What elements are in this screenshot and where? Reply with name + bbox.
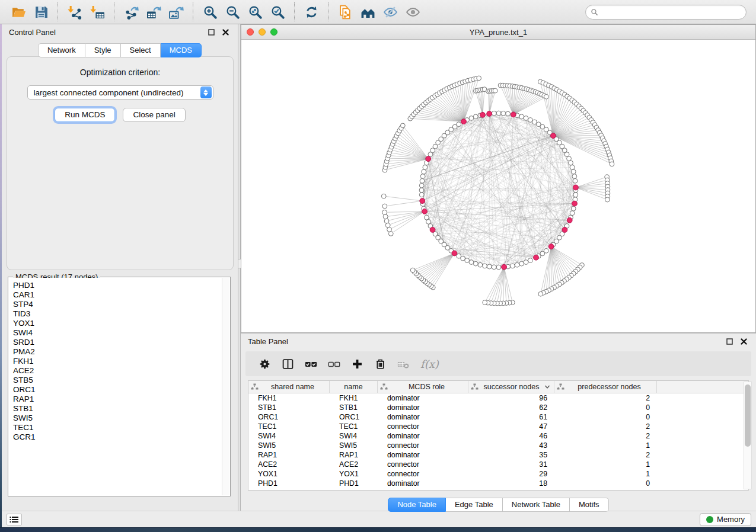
close-panel-button[interactable]: Close panel xyxy=(123,108,185,122)
search-input[interactable] xyxy=(601,8,741,16)
table-row[interactable]: FKH1FKH1dominator962 xyxy=(248,393,748,403)
network-node[interactable] xyxy=(492,265,496,270)
show-column-icon[interactable] xyxy=(280,357,295,371)
mcds-result-item[interactable]: TID3 xyxy=(9,309,222,319)
column-header-predecessor-nodes[interactable]: predecessor nodes xyxy=(554,381,657,393)
mcds-node[interactable] xyxy=(502,264,507,270)
search-field[interactable] xyxy=(585,5,747,20)
mcds-node[interactable] xyxy=(551,133,556,139)
mcds-node[interactable] xyxy=(573,185,579,190)
export-network-icon[interactable] xyxy=(120,2,142,22)
tab-style[interactable]: Style xyxy=(85,43,121,57)
network-node[interactable] xyxy=(483,300,487,305)
tab-mcds[interactable]: MCDS xyxy=(161,43,202,57)
table-scrollbar[interactable] xyxy=(744,382,752,489)
zoom-out-icon[interactable] xyxy=(221,2,244,22)
function-builder-icon[interactable]: f(x) xyxy=(420,358,439,370)
mcds-node[interactable] xyxy=(480,112,486,117)
network-node[interactable] xyxy=(519,261,524,266)
import-network-icon[interactable] xyxy=(63,2,86,22)
network-node[interactable] xyxy=(469,260,474,265)
mcds-node[interactable] xyxy=(511,112,516,117)
network-node[interactable] xyxy=(506,111,511,116)
network-node[interactable] xyxy=(400,123,405,128)
network-node[interactable] xyxy=(478,262,483,267)
close-panel-icon[interactable] xyxy=(738,336,749,346)
column-header-mcds-role[interactable]: MCDS role xyxy=(378,381,468,393)
network-node[interactable] xyxy=(420,174,425,179)
network-node[interactable] xyxy=(473,114,478,119)
mcds-result-item[interactable]: SRD1 xyxy=(9,338,222,347)
tab-select[interactable]: Select xyxy=(121,43,161,57)
network-canvas[interactable] xyxy=(241,40,755,332)
mcds-node[interactable] xyxy=(452,251,457,256)
network-node[interactable] xyxy=(492,111,496,116)
mcds-node[interactable] xyxy=(572,201,578,206)
network-node[interactable] xyxy=(487,264,492,269)
network-node[interactable] xyxy=(457,122,461,127)
mcds-node[interactable] xyxy=(422,209,428,214)
table-row[interactable]: RAP1RAP1dominator352 xyxy=(248,450,748,460)
hide-selected-icon[interactable] xyxy=(379,2,401,22)
network-node[interactable] xyxy=(496,265,501,270)
network-node[interactable] xyxy=(569,161,573,165)
tab-motifs[interactable]: Motifs xyxy=(570,498,609,512)
network-node[interactable] xyxy=(382,204,387,209)
deselect-all-check-icon[interactable] xyxy=(327,357,341,371)
criterion-select[interactable]: largest connected component (undirected) xyxy=(27,85,213,100)
network-node[interactable] xyxy=(572,174,577,179)
mcds-result-item[interactable]: YOX1 xyxy=(9,319,222,328)
add-row-icon[interactable] xyxy=(350,357,364,371)
float-panel-icon[interactable] xyxy=(206,27,216,37)
network-node[interactable] xyxy=(425,215,429,220)
network-node[interactable] xyxy=(387,227,392,232)
mcds-list-scrollbar[interactable] xyxy=(222,278,229,495)
network-node[interactable] xyxy=(570,165,575,169)
column-header-name[interactable]: name xyxy=(330,381,378,393)
network-node[interactable] xyxy=(381,194,386,198)
table-row[interactable]: TEC1TEC1connector472 xyxy=(248,422,748,431)
mcds-result-item[interactable]: CAR1 xyxy=(9,290,222,300)
network-node[interactable] xyxy=(419,193,424,197)
network-node[interactable] xyxy=(410,268,415,273)
network-node[interactable] xyxy=(422,169,426,174)
network-node[interactable] xyxy=(538,291,543,296)
network-node[interactable] xyxy=(501,111,506,116)
mcds-result-item[interactable]: SWI4 xyxy=(9,328,222,338)
network-node[interactable] xyxy=(573,193,578,197)
network-node[interactable] xyxy=(567,156,572,161)
mcds-node[interactable] xyxy=(461,119,467,124)
panel-menu-icon[interactable] xyxy=(7,514,22,525)
mcds-result-item[interactable]: PHD1 xyxy=(9,281,222,290)
close-panel-icon[interactable] xyxy=(220,27,231,37)
mcds-node[interactable] xyxy=(548,244,554,249)
mcds-result-item[interactable]: ORC1 xyxy=(9,385,222,395)
tab-node-table[interactable]: Node Table xyxy=(388,498,446,512)
table-scrollbar-thumb[interactable] xyxy=(745,384,751,447)
network-node[interactable] xyxy=(426,219,431,224)
network-node[interactable] xyxy=(496,111,501,116)
first-neighbors-icon[interactable] xyxy=(356,2,379,22)
mcds-node[interactable] xyxy=(426,156,431,162)
mcds-node[interactable] xyxy=(430,227,435,233)
tab-network[interactable]: Network xyxy=(38,43,85,57)
mcds-result-item[interactable]: STB1 xyxy=(9,404,222,414)
network-node[interactable] xyxy=(605,197,610,202)
network-node[interactable] xyxy=(382,210,387,214)
delete-table-icon[interactable] xyxy=(396,357,410,371)
mcds-result-item[interactable]: RAP1 xyxy=(9,395,222,404)
mcds-node[interactable] xyxy=(534,255,539,260)
column-header-successor-nodes[interactable]: successor nodes xyxy=(468,381,554,393)
zoom-in-icon[interactable] xyxy=(199,2,221,22)
network-node[interactable] xyxy=(473,261,478,266)
network-node[interactable] xyxy=(493,88,497,93)
tab-edge-table[interactable]: Edge Table xyxy=(446,498,503,512)
table-row[interactable]: ORC1ORC1dominator610 xyxy=(248,412,748,422)
import-table-icon[interactable] xyxy=(86,2,109,22)
network-node[interactable] xyxy=(571,169,576,174)
network-node[interactable] xyxy=(477,76,481,81)
show-all-icon[interactable] xyxy=(401,2,424,22)
network-node[interactable] xyxy=(423,165,428,169)
tab-network-table[interactable]: Network Table xyxy=(503,498,570,512)
network-node[interactable] xyxy=(524,116,528,121)
